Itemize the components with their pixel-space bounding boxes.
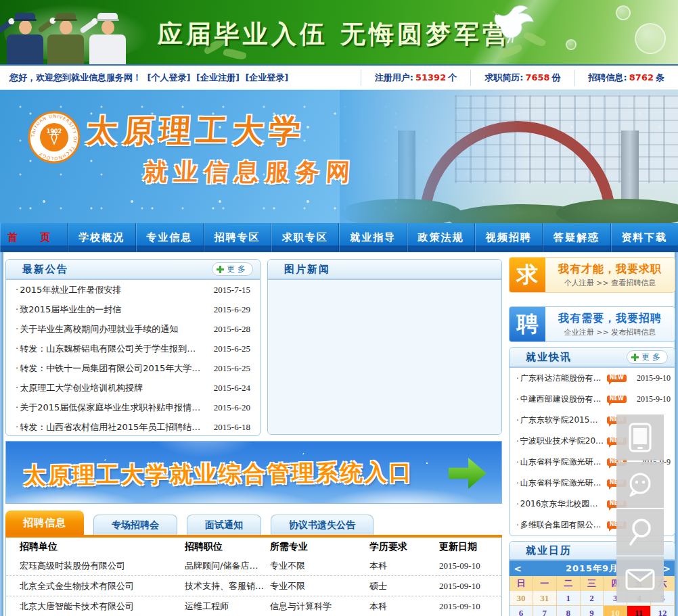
left-border bbox=[0, 252, 3, 616]
calendar-day[interactable]: 2 bbox=[581, 591, 604, 606]
company-login-link[interactable]: [企业登录] bbox=[245, 72, 288, 82]
table-row[interactable]: 宏珏高级时装股份有限公司 品牌顾问/储备店长... 专业不限 本科 2015-0… bbox=[6, 556, 501, 576]
floating-toolbar bbox=[616, 414, 664, 604]
nav-item-policies[interactable]: 政策法规 bbox=[407, 223, 475, 252]
calendar-day[interactable]: 30 bbox=[510, 591, 533, 606]
calendar-day[interactable]: 9 bbox=[581, 606, 604, 616]
plus-icon bbox=[631, 354, 639, 361]
recruit-table: 招聘单位 招聘职位 所需专业 学历要求 更新日期 宏珏高级时装股份有限公司 品牌… bbox=[5, 538, 502, 616]
system-banner-text: 太原理工大学就业综合管理系统入口 bbox=[24, 457, 413, 491]
announcement-item[interactable]: ·2015年就业工作暑假安排2015-7-15 bbox=[6, 280, 260, 300]
plus-icon bbox=[217, 266, 224, 273]
main-nav: 首 页 学校概况 专业信息 招聘专区 求职专区 就业指导 政策法规 视频招聘 答… bbox=[0, 223, 678, 252]
recruit-character: 聘 bbox=[510, 307, 545, 341]
tab-interview-notices[interactable]: 面试通知 bbox=[187, 515, 261, 535]
welcome-bar: 您好，欢迎您到就业信息服务网！ [个人登录] [企业注册] [企业登录] 注册用… bbox=[0, 64, 678, 90]
stat-registered-users: 注册用户: 51392 个 bbox=[361, 70, 470, 86]
calendar-day[interactable]: 12 bbox=[651, 606, 675, 616]
calendar-prev-button[interactable]: < bbox=[510, 563, 526, 574]
management-system-banner[interactable]: 太原理工大学就业综合管理系统入口 bbox=[5, 441, 502, 504]
nav-item-school-overview[interactable]: 学校概况 bbox=[68, 223, 135, 252]
panel-title: 最新公告 bbox=[6, 263, 68, 276]
announcement-item[interactable]: ·关于2015届低保家庭毕业生求职补贴申报情况的...2015-6-20 bbox=[6, 398, 260, 417]
recruit-tabs: 招聘信息 专场招聘会 面试通知 协议书遗失公告 bbox=[5, 511, 502, 535]
nav-item-downloads[interactable]: 资料下载 bbox=[611, 223, 678, 252]
announcement-item[interactable]: ·致2015届毕业生的一封信2015-6-29 bbox=[6, 300, 260, 319]
company-register-link[interactable]: [企业注册] bbox=[196, 72, 240, 82]
more-announcements-button[interactable]: 更 多 bbox=[212, 262, 253, 276]
quick-news-item[interactable]: ·中建西部建设股份有...NEW2015-9-10 bbox=[510, 389, 675, 410]
photo-news-panel: 图片新闻 bbox=[267, 259, 502, 435]
site-title: 就业信息服务网 bbox=[143, 156, 357, 188]
bubble-decoration bbox=[635, 23, 666, 54]
page: 应届毕业入伍 无悔圆梦军营 您好，欢迎您到就业信息服务网！ [个人登录] [企业… bbox=[0, 0, 678, 616]
dove-icon bbox=[491, 4, 535, 45]
table-row[interactable]: 北京大唐智能卡技术有限公司 运维工程师 信息与计算科学 本科 2015-09-1… bbox=[6, 596, 501, 616]
calendar-day[interactable]: 7 bbox=[533, 606, 557, 616]
site-stats: 注册用户: 51392 个 求职简历: 7658 份 招聘信息: 8762 条 bbox=[361, 66, 678, 89]
tab-recruit-info[interactable]: 招聘信息 bbox=[5, 511, 84, 535]
tab-job-fairs[interactable]: 专场招聘会 bbox=[93, 515, 177, 535]
calendar-day[interactable]: 1 bbox=[557, 591, 581, 606]
announcement-item[interactable]: ·转发：山西省农村信用社2015年员工招聘结果公...2015-6-18 bbox=[6, 417, 260, 436]
university-logo: TAIYUAN UNIVERSITY OF TECHNOLOGY 1902 bbox=[27, 110, 81, 164]
announcement-item[interactable]: ·关于毕业生离校期间办理就业手续的通知2015-6-28 bbox=[6, 319, 260, 339]
tab-lost-agreements[interactable]: 协议书遗失公告 bbox=[271, 515, 374, 535]
panel-title: 图片新闻 bbox=[268, 263, 330, 276]
nav-item-jobseek-zone[interactable]: 求职专区 bbox=[271, 223, 339, 252]
calendar-day[interactable]: 6 bbox=[510, 606, 533, 616]
stat-job-postings: 招聘信息: 8762 条 bbox=[574, 70, 678, 86]
nav-item-major-info[interactable]: 专业信息 bbox=[136, 223, 204, 252]
soldiers-photo bbox=[4, 1, 153, 64]
stat-resumes: 求职简历: 7658 份 bbox=[470, 70, 574, 86]
announcement-item[interactable]: ·转发：山东魏桥铝电有限公司关于学生报到事宜...2015-6-25 bbox=[6, 339, 260, 358]
greeting-text: 您好，欢迎您到就业信息服务网！ bbox=[9, 72, 141, 82]
job-seek-box[interactable]: 求 我有才能，我要求职 个人注册 >> 查看招聘信息 bbox=[509, 257, 675, 293]
calendar-day-today[interactable]: 11 bbox=[627, 606, 651, 616]
bubble-decoration bbox=[566, 39, 577, 50]
nav-item-qa[interactable]: 答疑解惑 bbox=[543, 223, 610, 252]
announcements-panel: 最新公告 更 多 ·2015年就业工作暑假安排2015-7-15 ·致2015届… bbox=[5, 259, 261, 436]
announcement-item[interactable]: ·太原理工大学创业培训机构授牌2015-6-24 bbox=[6, 378, 260, 398]
nav-item-video-recruit[interactable]: 视频招聘 bbox=[475, 223, 543, 252]
panel-title: 就业日历 bbox=[510, 544, 572, 557]
seek-sub-links[interactable]: 个人注册 >> 查看招聘信息 bbox=[564, 278, 656, 288]
announcement-item[interactable]: ·转发：中铁十一局集团有限公司2015年大学毕业...2015-6-25 bbox=[6, 358, 260, 378]
svg-text:1902: 1902 bbox=[47, 128, 62, 135]
photo-news-body bbox=[268, 280, 501, 434]
more-quick-news-button[interactable]: 更 多 bbox=[627, 350, 668, 364]
new-badge: NEW bbox=[607, 396, 627, 403]
top-banner[interactable]: 应届毕业入伍 无悔圆梦军营 bbox=[0, 0, 678, 64]
recruit-box[interactable]: 聘 我有需要，我要招聘 企业注册 >> 发布招聘信息 bbox=[509, 306, 675, 342]
recruit-sub-links[interactable]: 企业注册 >> 发布招聘信息 bbox=[564, 327, 656, 337]
nav-item-recruit-zone[interactable]: 招聘专区 bbox=[204, 223, 271, 252]
table-header-row: 招聘单位 招聘职位 所需专业 学历要求 更新日期 bbox=[6, 538, 501, 556]
stat-value: 51392 bbox=[415, 72, 446, 82]
wechat-icon[interactable] bbox=[616, 462, 664, 508]
calendar-day[interactable]: 31 bbox=[533, 591, 557, 606]
seek-headline: 我有才能，我要求职 bbox=[558, 262, 662, 277]
nav-item-career-guidance[interactable]: 就业指导 bbox=[339, 223, 407, 252]
new-badge: NEW bbox=[607, 375, 627, 382]
calendar-day[interactable]: 8 bbox=[557, 606, 581, 616]
banner-slogan: 应届毕业入伍 无悔圆梦军营 bbox=[158, 18, 511, 51]
magnifier-icon[interactable] bbox=[616, 509, 664, 555]
calendar-week-row: 6 7 8 9 10 11 12 bbox=[510, 606, 675, 616]
mobile-icon[interactable] bbox=[616, 414, 664, 460]
campus-photo bbox=[340, 90, 678, 223]
quick-news-item[interactable]: ·广东科达洁能股份有...NEW2015-9-10 bbox=[510, 368, 675, 389]
panel-title: 就业快讯 bbox=[510, 351, 572, 364]
bubble-decoration bbox=[616, 5, 631, 20]
seek-character: 求 bbox=[510, 258, 545, 292]
nav-item-home[interactable]: 首 页 bbox=[0, 223, 68, 252]
university-name: 太原理工大学 bbox=[85, 110, 307, 152]
mail-icon[interactable] bbox=[616, 556, 664, 602]
site-header: TAIYUAN UNIVERSITY OF TECHNOLOGY 1902 太原… bbox=[0, 90, 678, 223]
stat-value: 8762 bbox=[629, 72, 654, 82]
recruit-headline: 我有需要，我要招聘 bbox=[558, 312, 662, 326]
stat-value: 7658 bbox=[525, 72, 549, 82]
table-row[interactable]: 北京全式金生物技术有限公司 技术支持、客服销售... 专业不限 硕士 2015-… bbox=[6, 576, 501, 596]
calendar-day-highlighted[interactable]: 10 bbox=[604, 606, 627, 616]
personal-login-link[interactable]: [个人登录] bbox=[148, 72, 191, 82]
